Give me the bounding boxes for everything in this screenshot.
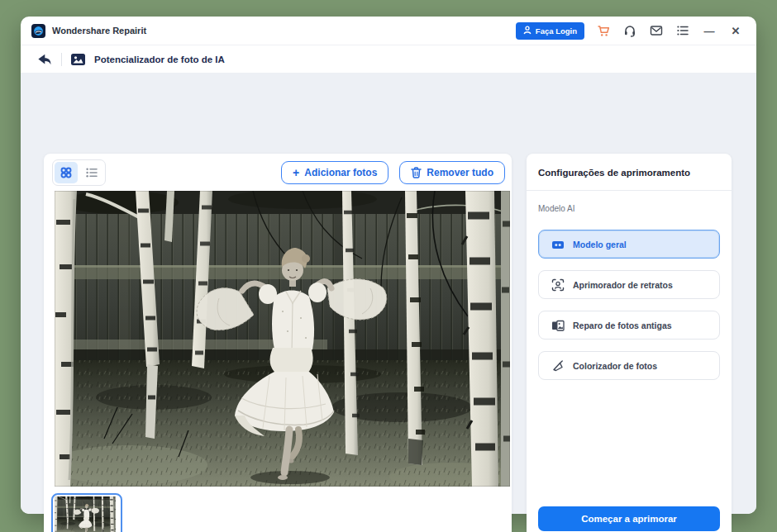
repairit-logo-icon: [31, 24, 45, 38]
model-option-label: Modelo geral: [573, 240, 627, 249]
gallery-toolbar: + Adicionar fotos Remover tudo: [44, 154, 512, 191]
login-button[interactable]: Faça Login: [516, 22, 584, 40]
app-title: Wondershare Repairit: [52, 26, 146, 36]
photo-thumbnail[interactable]: [51, 493, 122, 532]
nav-divider: [61, 53, 62, 66]
ai-camera-icon: [551, 237, 565, 251]
plus-icon: +: [293, 167, 299, 178]
model-option-colorize[interactable]: Colorizador de fotos: [538, 351, 720, 380]
photo-preview: [55, 191, 510, 487]
add-photos-label: Adicionar fotos: [304, 167, 377, 178]
photo-enhancer-icon: [71, 54, 85, 65]
settings-title: Configurações de aprimoramento: [538, 168, 690, 178]
grid-view-icon[interactable]: [55, 162, 78, 183]
titlebar: Wondershare Repairit Faça Login: [21, 17, 756, 45]
breadcrumb: Potencializador de foto de IA: [21, 45, 756, 73]
list-view-icon[interactable]: [80, 162, 103, 183]
settings-panel: Configurações de aprimoramento Modelo AI…: [527, 154, 732, 532]
cart-icon[interactable]: [596, 23, 611, 38]
app-window: Wondershare Repairit Faça Login: [21, 17, 756, 514]
login-button-label: Faça Login: [536, 26, 577, 36]
model-list: Modelo geral Aprimorador de retratos: [538, 230, 720, 380]
content-area: + Adicionar fotos Remover tudo: [21, 73, 756, 514]
mail-icon[interactable]: [649, 23, 664, 38]
start-enhance-button[interactable]: Começar a aprimorar: [538, 506, 720, 531]
model-option-label: Colorizador de fotos: [573, 361, 657, 371]
settings-divider: [527, 190, 732, 191]
model-option-label: Aprimorador de retratos: [573, 280, 673, 290]
remove-all-button[interactable]: Remover tudo: [399, 161, 505, 184]
page-title: Potencializador de foto de IA: [94, 55, 225, 64]
titlebar-actions: Faça Login: [516, 22, 756, 40]
support-headset-icon[interactable]: [622, 23, 637, 38]
user-icon: [523, 26, 532, 36]
trash-icon: [411, 167, 422, 178]
colorize-icon: [551, 359, 565, 373]
remove-all-label: Remover tudo: [427, 167, 493, 178]
desktop-background: Wondershare Repairit Faça Login: [0, 0, 777, 532]
gallery-panel: + Adicionar fotos Remover tudo: [44, 154, 512, 532]
back-button[interactable]: [36, 52, 52, 67]
portrait-face-icon: [551, 278, 565, 292]
model-option-old-photo[interactable]: Reparo de fotos antigas: [538, 311, 720, 340]
view-toggle: [52, 159, 106, 186]
menu-list-icon[interactable]: [675, 23, 690, 38]
add-photos-button[interactable]: + Adicionar fotos: [281, 161, 388, 184]
model-option-general[interactable]: Modelo geral: [538, 230, 720, 259]
old-photo-icon: [551, 318, 565, 332]
model-section-label: Modelo AI: [538, 204, 574, 213]
model-option-portrait[interactable]: Aprimorador de retratos: [538, 270, 720, 299]
minimize-button[interactable]: —: [702, 23, 717, 38]
close-button[interactable]: ✕: [728, 23, 743, 38]
model-option-label: Reparo de fotos antigas: [573, 321, 672, 330]
